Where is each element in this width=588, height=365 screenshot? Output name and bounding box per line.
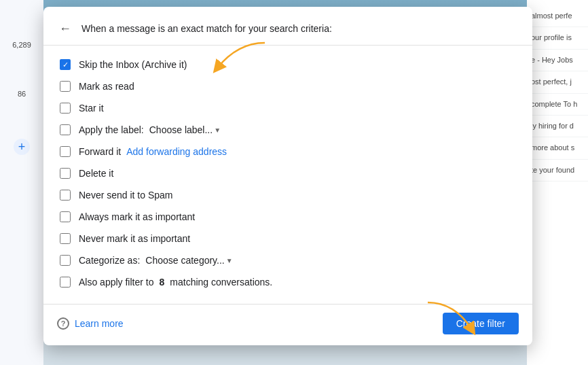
apply-label-text: Apply the label:	[79, 124, 144, 135]
checkbox-always-important[interactable]	[60, 211, 71, 222]
compose-button[interactable]: +	[14, 139, 30, 155]
checkbox-row-star: Star it	[60, 97, 516, 119]
email-peek-item: ly hiring for d	[527, 116, 588, 137]
email-peek-item: our profile is	[527, 27, 588, 49]
checkbox-apply-label[interactable]	[60, 124, 71, 135]
email-peek-item: more about s	[527, 137, 588, 159]
label-dropdown-text: Choose label...	[149, 124, 213, 135]
checkbox-never-important[interactable]	[60, 233, 71, 244]
category-dropdown[interactable]: Choose category... ▼	[145, 255, 232, 266]
dialog-body: ✓ Skip the Inbox (Archive it) Mark as re…	[43, 46, 532, 304]
checkbox-forward[interactable]	[60, 146, 71, 157]
checkbox-row-delete: Delete it	[60, 162, 516, 184]
label-dropdown-arrow: ▼	[214, 126, 221, 134]
also-apply-suffix: matching conversations.	[170, 277, 272, 288]
checkbox-row-apply-label: Apply the label: Choose label... ▼	[60, 119, 516, 141]
checkbox-label-categorize: Categorize as: Choose category... ▼	[79, 255, 233, 266]
checkbox-label-archive: Skip the Inbox (Archive it)	[79, 59, 187, 70]
email-peek-item: e - Hey Jobs	[527, 50, 588, 71]
sidebar-count-1: 6,289	[12, 41, 31, 49]
email-list-peek: almost perfe our profile is e - Hey Jobs…	[527, 0, 588, 365]
checkbox-label-delete: Delete it	[79, 168, 113, 179]
checkbox-delete[interactable]	[60, 168, 71, 179]
checkbox-label-never-important: Never mark it as important	[79, 233, 190, 244]
learn-more-link[interactable]: Learn more	[75, 318, 124, 329]
categorize-text: Categorize as:	[79, 255, 140, 266]
help-icon[interactable]: ?	[57, 317, 69, 330]
checkbox-label-always-important: Always mark it as important	[79, 211, 195, 222]
checkbox-archive[interactable]: ✓	[60, 59, 71, 70]
label-dropdown[interactable]: Choose label... ▼	[149, 124, 221, 135]
email-peek-item: almost perfe	[527, 5, 588, 27]
checkbox-row-never-important: Never mark it as important	[60, 228, 516, 249]
gmail-sidebar: 6,289 86 +	[0, 0, 43, 365]
checkbox-label-also-apply: Also apply filter to 8 matching conversa…	[79, 277, 272, 288]
email-peek-item: complete To h	[527, 94, 588, 116]
checkbox-row-also-apply: Also apply filter to 8 matching conversa…	[60, 271, 516, 293]
email-peek-item: ost perfect, j	[527, 71, 588, 93]
checkbox-row-always-important: Always mark it as important	[60, 206, 516, 228]
dialog-header: ← When a message is an exact match for y…	[43, 7, 532, 46]
checkbox-no-spam[interactable]	[60, 190, 71, 201]
checkbox-row-no-spam: Never send it to Spam	[60, 184, 516, 206]
also-apply-text: Also apply filter to	[79, 277, 154, 288]
forward-text: Forward it	[79, 146, 121, 157]
checkbox-label-star: Star it	[79, 103, 104, 114]
checkbox-label-no-spam: Never send it to Spam	[79, 190, 173, 201]
back-button[interactable]: ←	[54, 18, 76, 39]
add-forwarding-link[interactable]: Add forwarding address	[126, 146, 227, 157]
checkbox-label-apply-label: Apply the label: Choose label... ▼	[79, 124, 221, 135]
checkbox-categorize[interactable]	[60, 255, 71, 266]
help-row: ? Learn more	[57, 317, 124, 330]
checkbox-also-apply[interactable]	[60, 277, 71, 288]
dialog-title: When a message is an exact match for you…	[81, 23, 332, 34]
checkbox-row-mark-read: Mark as read	[60, 75, 516, 97]
checkbox-label-forward: Forward it Add forwarding address	[79, 146, 227, 157]
category-dropdown-text: Choose category...	[145, 255, 224, 266]
create-filter-button[interactable]: Create filter	[443, 313, 519, 334]
filter-dialog: ← When a message is an exact match for y…	[43, 7, 532, 345]
sidebar-count-2: 86	[18, 90, 26, 98]
checkbox-row-categorize: Categorize as: Choose category... ▼	[60, 249, 516, 271]
checkbox-row-forward: Forward it Add forwarding address	[60, 141, 516, 162]
checkbox-label-mark-read: Mark as read	[79, 81, 134, 92]
dialog-footer: ? Learn more Create filter	[43, 304, 532, 345]
checkbox-mark-read[interactable]	[60, 81, 71, 92]
checkbox-row-archive: ✓ Skip the Inbox (Archive it)	[60, 54, 516, 75]
checkmark-icon: ✓	[62, 61, 69, 69]
email-peek-item: te your found	[527, 160, 588, 181]
checkbox-star[interactable]	[60, 103, 71, 114]
also-apply-count: 8	[160, 277, 165, 288]
category-dropdown-arrow: ▼	[226, 257, 233, 264]
